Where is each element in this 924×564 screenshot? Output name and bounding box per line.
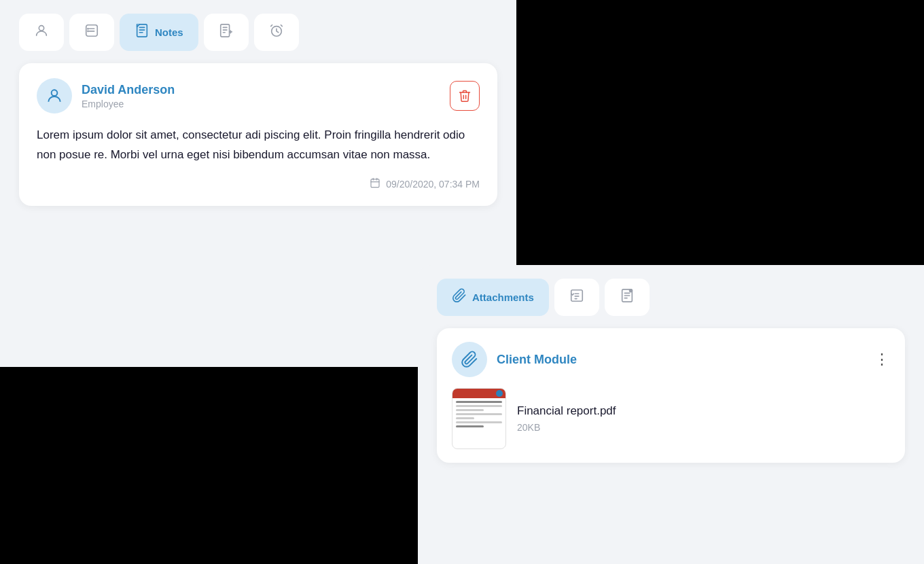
note-header: David Anderson Employee	[37, 78, 480, 113]
profile-icon	[34, 23, 49, 41]
tab-attachments[interactable]: Attachments	[437, 279, 549, 316]
note-author: David Anderson Employee	[37, 78, 175, 113]
note-body: Lorem ipsum dolor sit amet, consectetur …	[37, 126, 480, 165]
notes2-icon	[620, 288, 635, 306]
note-date: 09/20/2020, 07:34 PM	[386, 179, 480, 190]
thumb-body	[452, 398, 505, 448]
tab-details[interactable]	[69, 14, 114, 51]
att-module-name: Client Module	[497, 353, 577, 367]
author-name: David Anderson	[82, 82, 175, 98]
thumb-line-5	[456, 417, 474, 419]
tab-notes2[interactable]	[605, 279, 650, 316]
note-footer: 09/20/2020, 07:34 PM	[37, 177, 480, 191]
tab-bar-notes: Notes	[19, 14, 497, 51]
more-options-button[interactable]: ⋮	[874, 351, 890, 368]
svg-point-4	[87, 28, 89, 30]
billing-icon	[219, 23, 234, 41]
right-panel: Attachments Client Module ⋮	[418, 265, 924, 564]
att-thumbnail	[452, 388, 506, 449]
att-card-header: Client Module ⋮	[452, 342, 890, 377]
att-module-info: Client Module	[452, 342, 577, 377]
tab-checklist[interactable]	[554, 279, 599, 316]
author-info: David Anderson Employee	[82, 82, 175, 109]
svg-point-15	[52, 90, 58, 96]
thumb-line-7	[456, 425, 484, 427]
attachment-tab-icon	[452, 288, 467, 306]
thumb-circle	[496, 390, 503, 397]
svg-point-0	[39, 26, 43, 31]
att-avatar	[452, 342, 487, 377]
time-icon	[269, 23, 284, 41]
thumb-header	[452, 389, 505, 398]
svg-rect-16	[371, 179, 379, 187]
tab-time[interactable]	[254, 14, 299, 51]
tab-notes-label: Notes	[155, 27, 183, 38]
notes-icon	[135, 23, 149, 41]
thumb-line-6	[456, 421, 502, 423]
att-tab-bar: Attachments	[437, 279, 905, 316]
note-card: David Anderson Employee Lorem ipsum dolo…	[19, 63, 497, 206]
calendar-icon	[370, 177, 380, 191]
thumb-line-3	[456, 409, 484, 411]
attachment-card: Client Module ⋮ Financi	[437, 328, 905, 463]
svg-rect-10	[220, 24, 229, 37]
delete-note-button[interactable]	[450, 81, 480, 111]
thumb-line-2	[456, 405, 502, 407]
att-file-info: Financial report.pdf 20KB	[517, 404, 890, 433]
tab-notes[interactable]: Notes	[120, 14, 198, 51]
tab-attachments-label: Attachments	[472, 292, 534, 303]
author-role: Employee	[82, 99, 175, 109]
checklist-icon	[569, 288, 584, 306]
tab-profile[interactable]	[19, 14, 64, 51]
att-file-row: Financial report.pdf 20KB	[452, 388, 890, 449]
tab-billing[interactable]	[204, 14, 249, 51]
svg-point-5	[87, 31, 89, 33]
author-avatar	[37, 78, 72, 113]
svg-rect-20	[571, 290, 583, 302]
details-icon	[84, 23, 99, 41]
thumb-line-1	[456, 401, 502, 403]
svg-rect-6	[137, 24, 147, 37]
att-file-size: 20KB	[517, 422, 890, 433]
att-file-name: Financial report.pdf	[517, 404, 890, 418]
svg-point-28	[629, 289, 633, 293]
thumb-line-4	[456, 413, 502, 415]
